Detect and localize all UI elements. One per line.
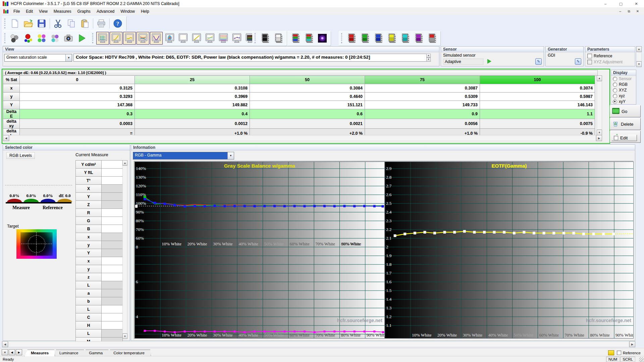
gamma-line-view-icon[interactable] — [190, 32, 203, 45]
open-folder-icon[interactable] — [21, 17, 35, 30]
save-icon[interactable] — [35, 17, 48, 30]
red-pattern-icon[interactable] — [345, 32, 358, 45]
multi-pattern-icon[interactable] — [425, 32, 439, 45]
view-preset-combo[interactable]: Green saturation scale ▼ — [4, 54, 72, 62]
info-spinner[interactable]: ▲▼ — [426, 54, 431, 62]
display-option-rgb[interactable]: RGB — [613, 82, 632, 87]
main-hscrollbar[interactable]: ◀ ▶ — [2, 341, 635, 347]
run-measure-icon[interactable] — [75, 32, 89, 45]
sensor-run-icon[interactable] — [487, 59, 491, 64]
luminance-curve-view-icon[interactable] — [150, 32, 163, 45]
mdi-minimize-button[interactable]: – — [616, 8, 625, 14]
saturations-measure-icon[interactable] — [35, 32, 48, 45]
toolbar-grip[interactable] — [341, 33, 343, 43]
reference-toggle-checkbox[interactable] — [617, 351, 621, 355]
target-color-swatch[interactable] — [16, 229, 57, 259]
menu-help[interactable]: Help — [138, 8, 152, 15]
toolbar-grip[interactable] — [92, 33, 94, 43]
blank-view-icon[interactable] — [176, 32, 190, 45]
radio-xyz[interactable] — [613, 94, 617, 98]
table-hscrollbar[interactable]: ◀ ▶ — [3, 135, 602, 140]
resize-grip[interactable] — [639, 357, 644, 362]
measure-points-view-icon[interactable] — [230, 32, 244, 45]
minimize-button[interactable]: – — [598, 0, 613, 7]
snapshot-camera-icon[interactable] — [62, 32, 75, 45]
tab-nav-button-1[interactable]: ◀ — [9, 349, 15, 355]
white-pattern-icon[interactable] — [272, 32, 285, 45]
table-vscrollbar[interactable]: ▲ ▼ — [597, 75, 602, 134]
toolbar-grip[interactable] — [4, 33, 6, 43]
mdi-restore-button[interactable]: ⧉ — [625, 8, 633, 14]
maximize-button[interactable]: ▢ — [613, 0, 629, 7]
galaxy-pattern-icon[interactable] — [316, 32, 329, 45]
continuous-measure-icon[interactable] — [48, 32, 62, 45]
help-icon[interactable]: ? — [111, 17, 124, 30]
radio-xyy[interactable] — [613, 100, 617, 104]
display-option-xyz[interactable]: xyz — [613, 94, 632, 98]
cut-icon[interactable] — [51, 17, 65, 30]
combo-arrow-icon[interactable]: ▼ — [65, 54, 72, 61]
display-option-xyz[interactable]: XYZ — [613, 88, 632, 93]
gamma-curve-view-icon[interactable] — [109, 32, 123, 45]
rgb-pattern-icon[interactable] — [289, 32, 302, 45]
edit-checkbox[interactable] — [614, 136, 618, 140]
reference-toggle-row[interactable]: Reference — [617, 351, 641, 355]
cie-gamut-view-icon[interactable] — [163, 32, 176, 45]
mdi-close-button[interactable]: ✕ — [633, 8, 642, 14]
cm-row-value — [102, 177, 123, 185]
tab-measures[interactable]: Measures — [24, 350, 55, 356]
close-button[interactable]: ✕ — [629, 0, 644, 7]
radio-xyz[interactable] — [613, 88, 617, 93]
graph-select-combo[interactable]: RGB - Gamma ▼ — [133, 152, 234, 160]
sensor-mode[interactable]: Adaptive — [443, 59, 483, 65]
generator-edit-icon[interactable]: ✎ — [575, 58, 581, 65]
menu-advanced[interactable]: Advanced — [94, 8, 117, 15]
rgb-levels-view-icon[interactable] — [136, 32, 150, 45]
print-icon[interactable] — [95, 17, 108, 30]
primary-red-measure-icon[interactable] — [21, 32, 35, 45]
go-button[interactable]: Go — [610, 105, 641, 117]
combo-arrow-icon[interactable]: ▼ — [227, 152, 234, 159]
toolbar-grip[interactable] — [4, 18, 6, 28]
menu-graphs[interactable]: Graphs — [74, 8, 94, 15]
svg-text:90%: 90% — [136, 209, 144, 215]
copy-icon[interactable] — [65, 17, 78, 30]
delete-button[interactable]: ♻Delete — [610, 118, 641, 130]
toolbar-grip[interactable] — [255, 33, 257, 43]
grid-view-icon[interactable] — [96, 32, 109, 45]
magenta-pattern-icon[interactable] — [412, 32, 425, 45]
grayscale-measure-icon[interactable] — [8, 32, 21, 45]
radio-rgb[interactable] — [613, 82, 617, 87]
tab-gamma[interactable]: Gamma — [83, 350, 109, 356]
row-header: x — [3, 84, 20, 93]
cm-row-label: L — [76, 329, 102, 338]
yellow-pattern-icon[interactable] — [385, 32, 398, 45]
green-pattern-icon[interactable] — [358, 32, 372, 45]
menu-measures[interactable]: Measures — [51, 8, 74, 15]
reference-checkbox-row[interactable]: Reference — [587, 54, 612, 58]
tab-color-temperature[interactable]: Color temperature — [107, 350, 151, 356]
black-pattern-icon[interactable] — [258, 32, 272, 45]
paste-icon[interactable] — [78, 17, 92, 30]
menu-window[interactable]: Window — [117, 8, 138, 15]
multi-lines-view-icon[interactable] — [203, 32, 217, 45]
blue-pattern-icon[interactable] — [372, 32, 385, 45]
table-cell: 149.882 — [135, 101, 250, 109]
header-scrollbar[interactable]: ▲ ▼ — [636, 46, 642, 66]
sensor-edit-icon[interactable]: ✎ — [535, 58, 542, 65]
nearblack-curve-view-icon[interactable] — [123, 32, 136, 45]
edit-toggle[interactable]: Edit — [611, 135, 637, 141]
rainbow-lines-view-icon[interactable] — [217, 32, 230, 45]
current-measure-scrollbar[interactable]: ▲ ▼ — [122, 160, 127, 338]
menu-view[interactable]: View — [36, 8, 51, 15]
tab-luminance[interactable]: Luminance — [53, 350, 85, 356]
menu-file[interactable]: File — [10, 8, 23, 15]
display-option-xyy[interactable]: xyY — [613, 99, 632, 104]
tab-nav-button-2[interactable]: ▶ — [16, 349, 22, 355]
tab-nav-button-0[interactable]: ✕ — [2, 349, 8, 355]
menu-edit[interactable]: Edit — [23, 8, 36, 15]
rgb-pattern-alt-icon[interactable] — [302, 32, 316, 45]
reference-checkbox[interactable] — [587, 54, 592, 58]
new-file-icon[interactable] — [8, 17, 21, 30]
cyan-pattern-icon[interactable] — [398, 32, 412, 45]
